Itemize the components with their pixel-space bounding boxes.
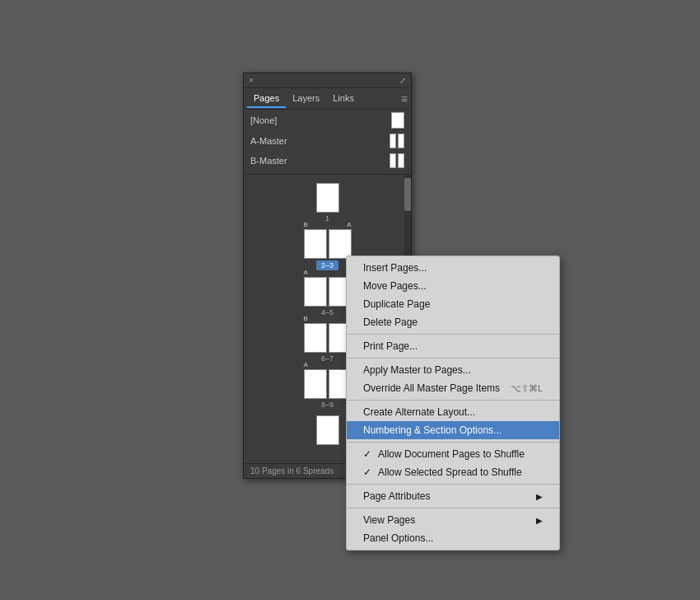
menu-item-label: View Pages	[363, 514, 415, 526]
menu-item-label: Allow Document Pages to Shuffle	[378, 448, 525, 460]
menu-separator	[347, 400, 559, 401]
spread-pages: A	[304, 369, 352, 399]
menu-item-label: Override All Master Page Items	[363, 382, 500, 394]
checkmark-icon: ✓	[363, 466, 375, 478]
menu-separator	[347, 358, 559, 359]
masters-section: [None] A-Master B-Master	[244, 110, 411, 175]
menu-item-label: Allow Selected Spread to Shuffle	[378, 466, 522, 478]
menu-item-label: Delete Page	[363, 316, 418, 328]
master-letter-b: B	[304, 315, 308, 322]
menu-separator	[347, 484, 559, 485]
menu-duplicate-page[interactable]: Duplicate Page	[347, 295, 559, 313]
master-none-label: [None]	[250, 115, 277, 125]
menu-view-pages[interactable]: View Pages ▶	[347, 511, 559, 529]
submenu-arrow-icon: ▶	[536, 492, 543, 501]
thumb-page	[391, 112, 404, 129]
page-3[interactable]	[329, 229, 352, 259]
menu-item-label: Create Alternate Layout...	[363, 406, 475, 418]
menu-create-alternate[interactable]: Create Alternate Layout...	[347, 403, 559, 421]
menu-numbering-section[interactable]: Numbering & Section Options...	[347, 421, 559, 439]
menu-item-label: Insert Pages...	[363, 262, 427, 274]
master-none[interactable]: [None]	[244, 110, 411, 131]
menu-item-label: Apply Master to Pages...	[363, 364, 471, 376]
master-letter-a: A	[304, 269, 308, 276]
menu-separator	[347, 334, 559, 335]
menu-shortcut: ⌥⇧⌘L	[511, 383, 543, 394]
menu-panel-options[interactable]: Panel Options...	[347, 529, 559, 547]
spread-pages: A	[304, 277, 352, 307]
menu-apply-master[interactable]: Apply Master to Pages...	[347, 361, 559, 379]
menu-item-label: Page Attributes	[363, 490, 430, 502]
menu-separator	[347, 442, 559, 443]
master-a-thumb	[390, 134, 404, 148]
page-1[interactable]	[316, 183, 339, 213]
page-8[interactable]	[304, 369, 327, 399]
master-letter-a: A	[347, 221, 351, 228]
page-4[interactable]	[304, 277, 327, 307]
menu-allow-doc-shuffle[interactable]: ✓ Allow Document Pages to Shuffle	[347, 445, 559, 463]
master-none-thumb	[391, 112, 404, 129]
tab-layers[interactable]: Layers	[286, 90, 326, 108]
page-label-1: 1	[325, 214, 329, 223]
spread-pages: B A	[304, 229, 352, 259]
page-label-8-9: 8–9	[321, 401, 334, 409]
menu-item-label: Numbering & Section Options...	[363, 424, 502, 436]
checkmark-icon: ✓	[363, 448, 375, 460]
page-label-6-7: 6–7	[321, 354, 334, 363]
master-b-thumb	[390, 153, 404, 168]
menu-insert-pages[interactable]: Insert Pages...	[347, 259, 559, 277]
thumb-left	[390, 134, 396, 148]
menu-item-label: Duplicate Page	[363, 298, 430, 310]
spread-1: 1	[247, 183, 408, 223]
spread-pages: B A	[304, 323, 352, 353]
menu-delete-page[interactable]: Delete Page	[347, 313, 559, 331]
panel-menu-icon[interactable]: ≡	[401, 92, 408, 105]
thumb-left	[390, 153, 396, 168]
thumb-right	[398, 153, 404, 168]
expand-icon[interactable]: ⤢	[399, 76, 406, 85]
menu-print-page[interactable]: Print Page...	[347, 337, 559, 355]
check-area: ✓ Allow Document Pages to Shuffle	[363, 448, 525, 460]
tab-pages[interactable]: Pages	[247, 90, 286, 108]
submenu-arrow-icon: ▶	[536, 516, 543, 525]
spread-pages	[316, 415, 339, 445]
close-icon[interactable]: ×	[249, 76, 254, 85]
page-10[interactable]	[316, 415, 339, 445]
panel-tabs: Pages Layers Links ≡	[244, 88, 411, 110]
menu-item-label: Move Pages...	[363, 280, 427, 292]
page-2[interactable]	[304, 229, 327, 259]
check-area: ✓ Allow Selected Spread to Shuffle	[363, 466, 522, 478]
menu-allow-spread-shuffle[interactable]: ✓ Allow Selected Spread to Shuffle	[347, 463, 559, 481]
master-letter-b: B	[304, 221, 308, 228]
menu-separator	[347, 508, 559, 509]
menu-page-attributes[interactable]: Page Attributes ▶	[347, 487, 559, 505]
menu-item-label: Panel Options...	[363, 532, 433, 544]
page-label-2-3: 2–3	[316, 260, 338, 270]
menu-override-master[interactable]: Override All Master Page Items ⌥⇧⌘L	[347, 379, 559, 397]
spread-pages	[316, 183, 339, 213]
menu-item-label: Print Page...	[363, 340, 418, 352]
page-6[interactable]	[304, 323, 327, 353]
status-text: 10 Pages in 6 Spreads	[250, 466, 334, 476]
master-b[interactable]: B-Master	[244, 151, 411, 171]
master-b-label: B-Master	[250, 156, 287, 166]
context-menu: Insert Pages... Move Pages... Duplicate …	[346, 255, 560, 551]
tab-links[interactable]: Links	[326, 90, 361, 108]
thumb-right	[398, 134, 404, 148]
master-letter-a: A	[304, 361, 308, 368]
page-label-4-5: 4–5	[321, 308, 334, 316]
scrollbar-thumb[interactable]	[404, 178, 411, 211]
panel-title-bar: × ⤢	[244, 73, 411, 88]
menu-move-pages[interactable]: Move Pages...	[347, 277, 559, 295]
master-a-label: A-Master	[250, 136, 287, 146]
master-a[interactable]: A-Master	[244, 131, 411, 151]
